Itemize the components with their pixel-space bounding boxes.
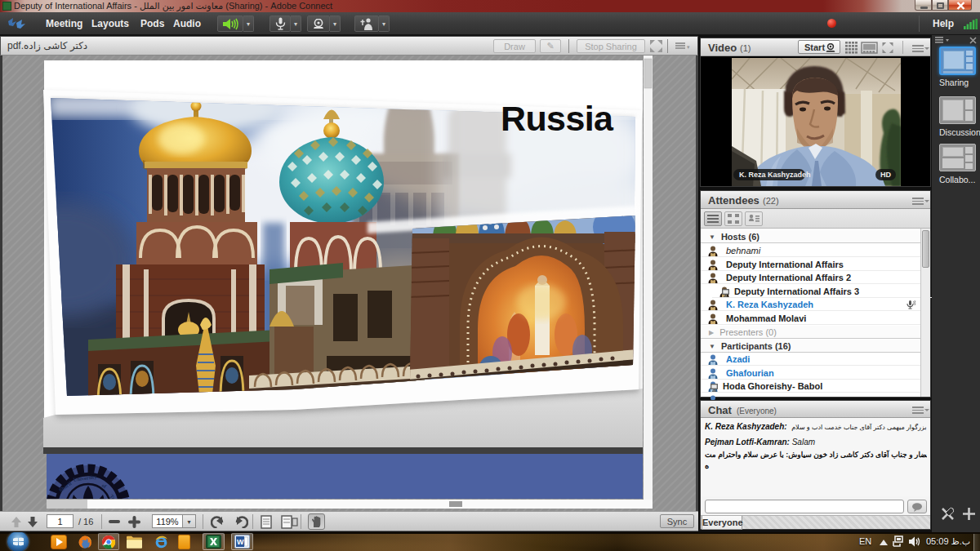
svg-text:Russia: Russia [501,99,614,138]
svg-text:HD: HD [880,171,891,179]
svg-text:W: W [237,538,244,546]
svg-text:K. Reza Kashyzadeh: K. Reza Kashyzadeh [739,171,811,179]
